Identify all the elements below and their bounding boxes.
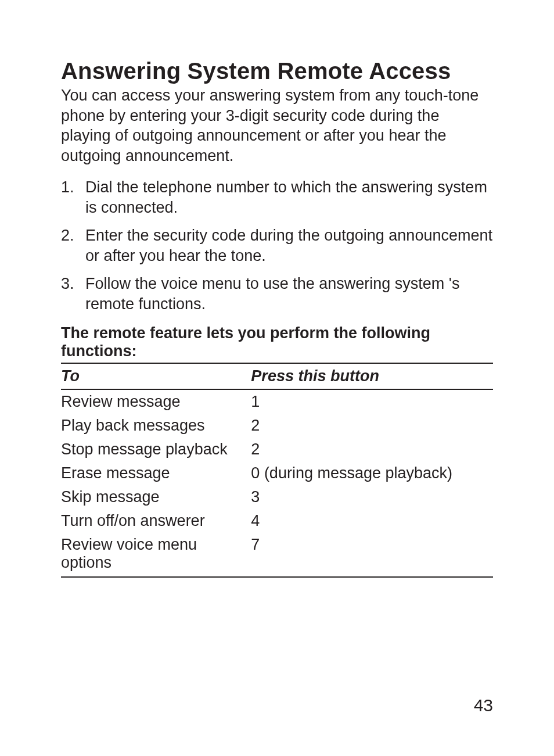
cell-to: Play back messages — [61, 414, 251, 438]
table-intro: The remote feature lets you perform the … — [61, 324, 493, 360]
step-item: Enter the security code during the outgo… — [61, 225, 493, 266]
table-row: Stop message playback 2 — [61, 438, 493, 461]
page-number: 43 — [474, 696, 493, 715]
table-row: Review voice menu options 7 — [61, 533, 493, 577]
table-row: Review message 1 — [61, 389, 493, 414]
cell-press: 0 (during message playback) — [251, 461, 493, 485]
step-item: Follow the voice menu to use the answeri… — [61, 274, 493, 314]
page-title: Answering System Remote Access — [61, 58, 493, 84]
table-header-press: Press this button — [251, 363, 493, 389]
table-row: Play back messages 2 — [61, 414, 493, 438]
cell-press: 1 — [251, 389, 493, 414]
cell-to: Stop message playback — [61, 438, 251, 461]
manual-page: Answering System Remote Access You can a… — [0, 0, 554, 756]
table-row: Turn off/on answerer 4 — [61, 509, 493, 533]
cell-to: Turn off/on answerer — [61, 509, 251, 533]
cell-to: Skip message — [61, 485, 251, 509]
step-item: Dial the telephone number to which the a… — [61, 177, 493, 217]
cell-press: 4 — [251, 509, 493, 533]
intro-paragraph: You can access your answering system fro… — [61, 85, 493, 166]
remote-functions-table: To Press this button Review message 1 Pl… — [61, 363, 493, 578]
steps-list: Dial the telephone number to which the a… — [61, 177, 493, 314]
table-header-to: To — [61, 363, 251, 389]
cell-to: Erase message — [61, 461, 251, 485]
cell-press: 2 — [251, 438, 493, 461]
cell-press: 7 — [251, 533, 493, 577]
table-row: Skip message 3 — [61, 485, 493, 509]
cell-to: Review voice menu options — [61, 533, 251, 577]
cell-press: 2 — [251, 414, 493, 438]
cell-press: 3 — [251, 485, 493, 509]
table-row: Erase message 0 (during message playback… — [61, 461, 493, 485]
cell-to: Review message — [61, 389, 251, 414]
